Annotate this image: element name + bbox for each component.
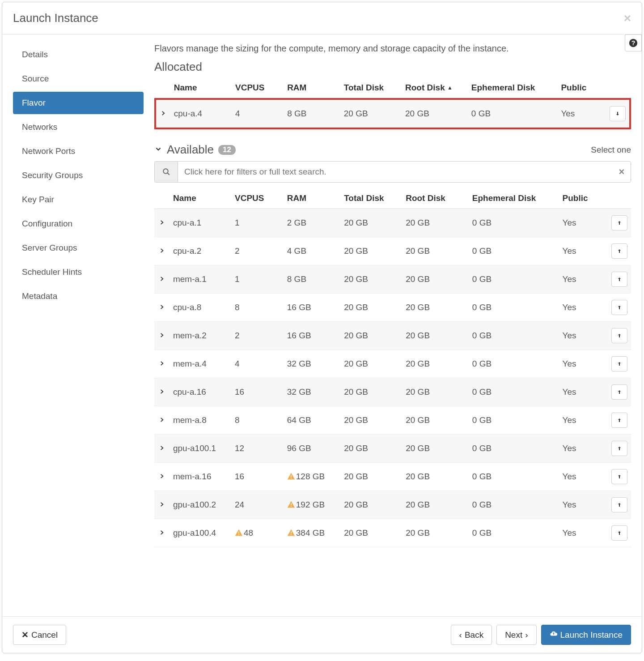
allocate-button[interactable] [611,413,627,428]
col-ram[interactable]: RAM [284,77,340,99]
cell-root-disk: 20 GB [402,491,469,519]
back-button[interactable]: ‹ Back [451,625,492,645]
cell-root-disk: 20 GB [402,378,469,406]
cell-total-disk: 20 GB [340,378,402,406]
sidebar-item-key-pair[interactable]: Key Pair [13,188,144,211]
modal-footer: ✕ Cancel ‹ Back Next › Launch Instance [2,616,642,653]
sidebar-item-network-ports[interactable]: Network Ports [13,140,144,162]
warning-icon [235,528,243,538]
flavor-row: cpu-a.224 GB20 GB20 GB0 GBYes [154,237,631,265]
cell-ephemeral-disk: 0 GB [469,322,559,350]
expand-row-icon[interactable] [154,237,169,265]
allocate-button[interactable] [611,469,627,484]
col-root-disk[interactable]: Root Disk [402,188,469,209]
col-name[interactable]: Name [169,188,231,209]
col-ephemeral-disk[interactable]: Ephemeral Disk [469,188,559,209]
cell-ephemeral-disk: 0 GB [469,294,559,322]
deallocate-button[interactable] [610,106,626,121]
next-button[interactable]: Next › [496,625,536,645]
svg-rect-10 [291,532,292,534]
col-total-disk[interactable]: Total Disk [340,188,402,209]
warning-icon [287,528,295,538]
available-toggle[interactable]: Available 12 [154,143,236,157]
cell-name: cpu-a.16 [169,378,231,406]
col-name[interactable]: Name [170,77,232,99]
search-input[interactable] [178,162,613,182]
expand-row-icon[interactable] [154,435,169,463]
col-ram[interactable]: RAM [284,188,340,209]
sidebar-item-source[interactable]: Source [13,68,144,90]
allocate-button[interactable] [611,441,627,456]
expand-row-icon[interactable] [154,350,169,378]
cancel-button[interactable]: ✕ Cancel [13,625,66,645]
flavor-row: mem-a.2216 GB20 GB20 GB0 GBYes [154,322,631,350]
chevron-down-icon [154,145,162,155]
cell-ram: 16 GB [284,322,340,350]
sidebar-item-server-groups[interactable]: Server Groups [13,237,144,259]
expand-row-icon[interactable] [154,322,169,350]
sidebar-item-details[interactable]: Details [13,43,144,66]
cell-total-disk: 20 GB [340,350,402,378]
allocate-button[interactable] [611,300,627,315]
chevron-right-icon: › [525,630,528,640]
cell-root-disk: 20 GB [402,350,469,378]
sidebar-item-networks[interactable]: Networks [13,116,144,138]
allocate-button[interactable] [611,356,627,371]
col-public[interactable]: Public [559,188,606,209]
sidebar-item-flavor[interactable]: Flavor [13,92,144,114]
cell-ram: 32 GB [284,378,340,406]
col-vcpus[interactable]: VCPUS [231,188,284,209]
col-root-disk[interactable]: Root Disk ▲ [402,77,468,99]
allocate-button[interactable] [611,328,627,343]
svg-rect-9 [238,534,239,535]
col-total-disk[interactable]: Total Disk [340,77,402,99]
cell-vcpus: 1 [231,209,284,237]
select-one-hint: Select one [591,145,631,155]
flavor-row: cpu-a.448 GB20 GB20 GB0 GBYes [155,99,630,128]
flavor-row: cpu-a.112 GB20 GB20 GB0 GBYes [154,209,631,237]
cell-name: cpu-a.8 [169,294,231,322]
cell-vcpus: 12 [231,435,284,463]
sidebar-item-metadata[interactable]: Metadata [13,285,144,307]
expand-row-icon[interactable] [154,209,169,237]
help-button[interactable]: ? [625,34,642,51]
sidebar-item-configuration[interactable]: Configuration [13,213,144,235]
expand-row-icon[interactable] [154,519,169,547]
cell-name: mem-a.2 [169,322,231,350]
expand-row-icon[interactable] [154,265,169,294]
cell-root-disk: 20 GB [402,463,469,491]
allocate-button[interactable] [611,243,627,259]
launch-instance-button[interactable]: Launch Instance [541,625,631,645]
col-ephemeral-disk[interactable]: Ephemeral Disk [468,77,558,99]
col-vcpus[interactable]: VCPUS [232,77,284,99]
allocate-button[interactable] [611,497,627,512]
svg-rect-4 [291,475,292,478]
cell-public: Yes [559,463,606,491]
cell-ephemeral-disk: 0 GB [469,350,559,378]
expand-row-icon[interactable] [154,463,169,491]
expand-row-icon[interactable] [154,491,169,519]
allocate-button[interactable] [611,525,627,541]
svg-rect-8 [238,532,239,534]
col-public[interactable]: Public [557,77,605,99]
sidebar-item-scheduler-hints[interactable]: Scheduler Hints [13,261,144,283]
sidebar-item-security-groups[interactable]: Security Groups [13,164,144,187]
cell-ephemeral-disk: 0 GB [469,463,559,491]
allocate-button[interactable] [611,272,627,287]
cell-vcpus: 2 [231,322,284,350]
cell-total-disk: 20 GB [340,463,402,491]
close-icon[interactable]: × [624,12,631,25]
flavor-step-content: Flavors manage the sizing for the comput… [154,34,642,616]
cell-ephemeral-disk: 0 GB [469,378,559,406]
expand-row-icon[interactable] [154,378,169,406]
cell-total-disk: 20 GB [340,209,402,237]
allocate-button[interactable] [611,384,627,400]
expand-row-icon[interactable] [154,294,169,322]
svg-text:?: ? [631,39,636,47]
expand-row-icon[interactable] [154,406,169,435]
cell-public: Yes [557,99,605,128]
clear-search-icon[interactable]: × [613,162,631,182]
expand-row-icon[interactable] [155,99,170,128]
cell-public: Yes [559,265,606,294]
allocate-button[interactable] [611,215,627,230]
